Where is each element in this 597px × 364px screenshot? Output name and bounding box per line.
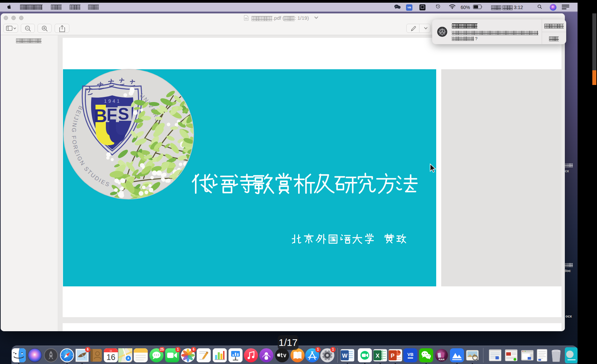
svg-text:S: S <box>118 105 129 123</box>
svg-text:RAR: RAR <box>439 358 445 361</box>
svg-text:P: P <box>391 353 394 359</box>
svg-text:B: B <box>94 105 107 126</box>
svg-text:W: W <box>342 353 348 359</box>
svg-text:11: 11 <box>110 350 112 352</box>
svg-text:1941: 1941 <box>104 98 121 104</box>
svg-text:X: X <box>376 353 380 359</box>
svg-text:16: 16 <box>107 353 116 362</box>
svg-text:VB: VB <box>407 352 413 357</box>
